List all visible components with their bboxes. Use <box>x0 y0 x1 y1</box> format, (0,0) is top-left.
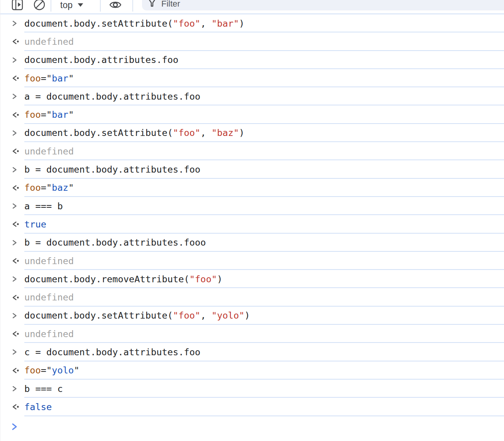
command-chevron-icon <box>12 312 18 319</box>
console-entry-text: document.body.setAttribute("foo", "bar") <box>24 18 244 29</box>
command-chevron-icon <box>12 129 18 137</box>
show-console-sidebar-button[interactable] <box>11 0 24 11</box>
command-chevron-icon <box>12 348 18 356</box>
console-command: document.body.removeAttribute("foo") <box>0 270 504 288</box>
console-entry-text: a === b <box>24 201 63 212</box>
result-arrow-icon <box>12 403 20 410</box>
console-result: true <box>0 215 504 233</box>
console-command: a === b <box>0 197 504 215</box>
chevron-down-icon <box>77 3 84 7</box>
console-result[interactable]: foo="bar" <box>0 105 504 124</box>
console-entry-gutter <box>0 367 24 374</box>
console-entry-text: b = document.body.attributes.fooo <box>24 237 206 248</box>
console-entry-text: foo="yolo" <box>24 365 79 376</box>
console-entry-gutter <box>0 166 24 173</box>
command-chevron-icon <box>12 202 18 210</box>
console-entry-gutter <box>0 275 24 283</box>
console-entry-text: foo="bar" <box>24 109 74 120</box>
result-arrow-icon <box>12 148 20 155</box>
console-result: undefined <box>0 325 504 343</box>
clear-console-button[interactable] <box>33 0 46 11</box>
command-chevron-icon <box>12 385 18 392</box>
result-arrow-icon <box>12 330 20 338</box>
console-result[interactable]: foo="yolo" <box>0 361 504 380</box>
console-entry-text: undefined <box>24 256 74 266</box>
console-entry-text: document.body.removeAttribute("foo") <box>24 274 222 285</box>
prompt-chevron-icon <box>11 422 18 431</box>
command-chevron-icon <box>12 20 18 27</box>
command-chevron-icon <box>12 275 18 283</box>
javascript-context-selector[interactable]: top <box>60 0 84 11</box>
console-entry-gutter <box>0 111 24 119</box>
console-toolbar: top <box>0 0 504 14</box>
filter-input[interactable] <box>161 0 277 9</box>
console-command: document.body.attributes.foo <box>0 51 504 69</box>
eye-icon <box>109 0 122 11</box>
console-command: b = document.body.attributes.fooo <box>0 234 504 252</box>
console-command: b = document.body.attributes.foo <box>0 160 504 178</box>
console-entry-gutter <box>0 239 24 246</box>
console-result: undefined <box>0 288 504 306</box>
console-entry-gutter <box>0 294 24 301</box>
result-arrow-icon <box>12 367 20 374</box>
console-entry-gutter <box>0 257 24 265</box>
console-entry-gutter <box>0 184 24 192</box>
console-entry-gutter <box>0 38 24 45</box>
console-entry-gutter <box>0 93 24 100</box>
command-chevron-icon <box>12 239 18 246</box>
console-entry-text: document.body.setAttribute("foo", "yolo"… <box>24 310 250 321</box>
console-entry-gutter <box>0 312 24 319</box>
console-command: b === c <box>0 380 504 398</box>
console-entry-text: undefined <box>24 36 74 47</box>
console-result[interactable]: foo="baz" <box>0 179 504 197</box>
console-entry-text: undefined <box>24 292 74 303</box>
sidebar-panel-icon <box>11 0 24 11</box>
console-entry-gutter <box>0 148 24 155</box>
result-arrow-icon <box>12 111 20 119</box>
console-entry-text: b === c <box>24 383 63 394</box>
result-arrow-icon <box>12 75 20 82</box>
context-selector-label: top <box>60 0 73 11</box>
toolbar-divider <box>132 0 133 12</box>
filter-box[interactable] <box>142 0 504 10</box>
command-chevron-icon <box>12 93 18 100</box>
console-command: a = document.body.attributes.foo <box>0 87 504 105</box>
toolbar-divider <box>51 0 51 12</box>
console-command: c = document.body.attributes.foo <box>0 343 504 361</box>
console-entry-gutter <box>0 56 24 64</box>
console-entry-text: false <box>24 402 52 412</box>
console-entry-gutter <box>0 220 24 228</box>
console-entry-text: undefined <box>24 146 74 157</box>
result-arrow-icon <box>12 294 20 301</box>
console-entry-text: foo="bar" <box>24 73 74 84</box>
console-command: document.body.setAttribute("foo", "yolo"… <box>0 307 504 325</box>
command-chevron-icon <box>12 166 18 173</box>
console-entry-text: undefined <box>24 329 74 339</box>
filter-funnel-icon <box>148 0 156 8</box>
console-result: undefined <box>0 142 504 160</box>
console-result: undefined <box>0 32 504 51</box>
console-entry-text: true <box>24 219 46 230</box>
result-arrow-icon <box>12 184 20 192</box>
console-entry-text: foo="baz" <box>24 182 74 193</box>
console-command: document.body.setAttribute("foo", "baz") <box>0 124 504 142</box>
result-arrow-icon <box>12 38 20 45</box>
console-entry-gutter <box>0 348 24 356</box>
console-messages: document.body.setAttribute("foo", "bar")… <box>0 14 504 416</box>
console-prompt[interactable] <box>0 416 504 433</box>
command-chevron-icon <box>12 56 18 64</box>
create-live-expression-button[interactable] <box>109 0 122 11</box>
console-entry-gutter <box>0 385 24 392</box>
console-entry-gutter <box>0 403 24 410</box>
console-command: document.body.setAttribute("foo", "bar") <box>0 14 504 32</box>
circle-slash-icon <box>33 0 46 11</box>
console-result: false <box>0 398 504 416</box>
devtools-console-panel: top document.body.setAttribute("foo", "b… <box>0 0 504 441</box>
console-entry-text: a = document.body.attributes.foo <box>24 91 200 102</box>
console-result: undefined <box>0 252 504 270</box>
console-entry-gutter <box>0 202 24 210</box>
console-result[interactable]: foo="bar" <box>0 69 504 87</box>
toolbar-divider <box>100 0 101 12</box>
result-arrow-icon <box>12 257 20 265</box>
console-entry-gutter <box>0 129 24 137</box>
